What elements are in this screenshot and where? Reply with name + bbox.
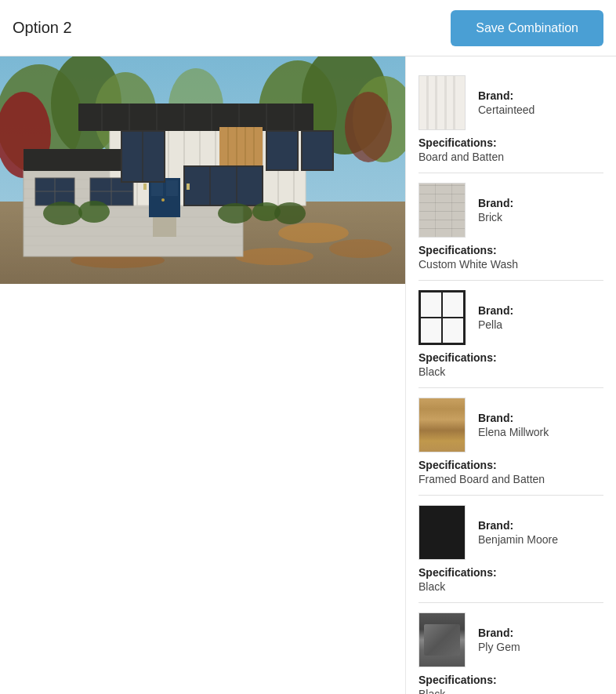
brand-value: Brick bbox=[478, 211, 603, 223]
spec-value: Black bbox=[419, 688, 603, 694]
material-top-row: Brand:Benjamin Moore bbox=[419, 505, 603, 560]
material-top-row: Brand:Certainteed bbox=[419, 75, 603, 130]
materials-list: Brand:CertainteedSpecifications:Board an… bbox=[419, 66, 603, 694]
material-brand: Brand:Certainteed bbox=[478, 89, 603, 116]
material-brand: Brand:Ply Gem bbox=[478, 627, 603, 653]
svg-rect-40 bbox=[78, 104, 313, 131]
svg-rect-80 bbox=[187, 183, 190, 190]
svg-point-73 bbox=[43, 202, 82, 225]
left-panel bbox=[0, 56, 405, 694]
svg-rect-78 bbox=[153, 217, 176, 237]
brand-value: Elena Millwork bbox=[478, 426, 603, 438]
svg-point-16 bbox=[235, 248, 313, 265]
right-panel: Brand:CertainteedSpecifications:Board an… bbox=[405, 56, 616, 694]
material-thumbnail-brick bbox=[419, 183, 466, 238]
spec-label: Specifications: bbox=[419, 351, 603, 364]
material-item: Brand:Ply GemSpecifications:Black bbox=[419, 603, 603, 694]
spec-label: Specifications: bbox=[419, 244, 603, 256]
material-top-row: Brand:Ply Gem bbox=[419, 612, 603, 667]
spec-value: Framed Board and Batten bbox=[419, 473, 603, 485]
spec-value: Board and Batten bbox=[419, 151, 603, 163]
material-brand: Brand:Pella bbox=[478, 304, 603, 331]
svg-point-58 bbox=[161, 198, 165, 202]
brand-value: Pella bbox=[478, 318, 603, 331]
material-thumbnail-paint bbox=[419, 505, 466, 560]
brand-label: Brand: bbox=[478, 519, 603, 532]
spec-value: Custom White Wash bbox=[419, 258, 603, 271]
svg-rect-49 bbox=[24, 149, 133, 171]
brand-label: Brand: bbox=[478, 197, 603, 209]
spec-label: Specifications: bbox=[419, 674, 603, 686]
material-thumbnail-gutter bbox=[419, 612, 466, 667]
brand-value: Certainteed bbox=[478, 104, 603, 116]
house-image bbox=[0, 56, 405, 284]
brand-label: Brand: bbox=[478, 627, 603, 639]
svg-rect-69 bbox=[184, 166, 263, 205]
brand-value: Ply Gem bbox=[478, 641, 603, 653]
spec-label: Specifications: bbox=[419, 566, 603, 579]
svg-rect-67 bbox=[266, 131, 298, 170]
main-content: Brand:CertainteedSpecifications:Board an… bbox=[0, 56, 616, 694]
material-brand: Brand:Brick bbox=[478, 197, 603, 223]
spec-value: Black bbox=[419, 580, 603, 593]
spec-label: Specifications: bbox=[419, 136, 603, 149]
svg-point-14 bbox=[278, 223, 349, 243]
svg-rect-68 bbox=[302, 131, 333, 170]
material-top-row: Brand:Elena Millwork bbox=[419, 398, 603, 452]
spec-label: Specifications: bbox=[419, 459, 603, 471]
material-top-row: Brand:Brick bbox=[419, 183, 603, 238]
spec-value: Black bbox=[419, 365, 603, 378]
material-top-row: Brand:Pella bbox=[419, 290, 603, 345]
material-item: Brand:Elena MillworkSpecifications:Frame… bbox=[419, 388, 603, 496]
material-item: Brand:BrickSpecifications:Custom White W… bbox=[419, 173, 603, 281]
svg-point-9 bbox=[345, 92, 392, 162]
material-item: Brand:PellaSpecifications:Black bbox=[419, 281, 603, 388]
material-item: Brand:CertainteedSpecifications:Board an… bbox=[419, 66, 603, 173]
app-container: Option 2 Save Combination bbox=[0, 0, 616, 694]
house-illustration bbox=[0, 56, 405, 284]
brand-label: Brand: bbox=[478, 304, 603, 317]
brand-label: Brand: bbox=[478, 89, 603, 102]
brand-label: Brand: bbox=[478, 412, 603, 424]
svg-point-17 bbox=[329, 239, 392, 258]
svg-point-77 bbox=[274, 202, 306, 224]
svg-point-74 bbox=[78, 201, 110, 223]
svg-point-75 bbox=[218, 203, 252, 223]
header: Option 2 Save Combination bbox=[0, 0, 616, 56]
material-item: Brand:Benjamin MooreSpecifications:Black bbox=[419, 496, 603, 603]
material-brand: Brand:Benjamin Moore bbox=[478, 519, 603, 546]
material-thumbnail-board-batten bbox=[419, 75, 466, 130]
material-brand: Brand:Elena Millwork bbox=[478, 412, 603, 438]
brand-value: Benjamin Moore bbox=[478, 533, 603, 546]
svg-rect-57 bbox=[166, 180, 178, 196]
page-title: Option 2 bbox=[13, 19, 451, 37]
save-combination-button[interactable]: Save Combination bbox=[451, 10, 603, 46]
svg-rect-79 bbox=[143, 183, 147, 190]
material-thumbnail-window bbox=[419, 290, 466, 345]
material-thumbnail-wood-detail bbox=[419, 398, 466, 452]
